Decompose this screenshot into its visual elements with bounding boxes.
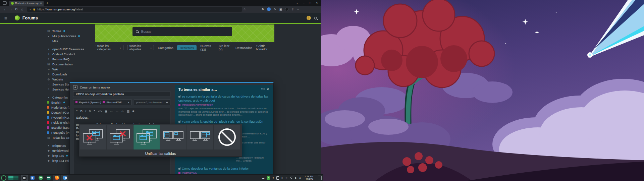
similar-topic-item[interactable]: se congela en la pantalla de carga de lo… bbox=[178, 95, 269, 117]
osd-option-extend-left[interactable] bbox=[160, 125, 186, 149]
sidebar-section-resources[interactable]: ▾ openSUSE Resources bbox=[47, 47, 96, 52]
blockquote-icon[interactable]: ❞ bbox=[94, 110, 95, 113]
tab-close-icon[interactable]: ✕ bbox=[40, 2, 42, 5]
back-icon[interactable]: ← bbox=[2, 7, 8, 11]
topic-title-input[interactable]: KDE6 no deja expandir la pantalla bbox=[73, 91, 170, 97]
nav-top[interactable]: Destacados bbox=[235, 46, 252, 50]
bold-icon[interactable]: B bbox=[80, 110, 83, 113]
sidebar-item-downloads[interactable]: ⇓Downloads bbox=[47, 72, 96, 77]
nav-categories[interactable]: Categorías bbox=[158, 46, 173, 50]
clipboard-icon[interactable] bbox=[276, 176, 279, 180]
updates-ok-icon[interactable]: ✓ bbox=[267, 176, 270, 180]
close-panel-icon[interactable]: ✕ bbox=[267, 87, 269, 91]
wifi-icon[interactable] bbox=[290, 177, 293, 179]
lock-icon[interactable]: 🔒 bbox=[33, 8, 36, 11]
tags-input-box[interactable]: plasma-6, tumbleweed + bbox=[134, 99, 170, 105]
bookmark-star-icon[interactable]: ☆ bbox=[243, 8, 246, 11]
sidebar-item-documentation[interactable]: ▤Documentation bbox=[47, 62, 96, 67]
add-tag-icon[interactable]: + bbox=[166, 100, 168, 104]
nav-recent-active[interactable]: Recientes bbox=[177, 45, 197, 50]
nav-unread[interactable]: Sin leer (4) bbox=[219, 44, 232, 51]
blue-extension-icon[interactable] bbox=[267, 7, 271, 11]
url-bar[interactable]: ◐ 🔒 https://forums.opensuse.org/latest bbox=[27, 7, 242, 12]
show-desktop-widget[interactable] bbox=[318, 176, 322, 180]
image-upload-icon[interactable]: ▣ bbox=[105, 110, 107, 113]
forward-icon[interactable]: → bbox=[8, 7, 14, 11]
home-icon[interactable]: ⌂ bbox=[19, 7, 25, 11]
bullet-list-icon[interactable]: ≕ bbox=[116, 110, 119, 113]
osd-option-extend-right[interactable] bbox=[187, 125, 213, 149]
sidebar-item-code-of-conduct[interactable]: ✦Code of Conduct bbox=[47, 52, 96, 57]
header-search-icon[interactable] bbox=[314, 17, 317, 19]
sidebar-item-wiki[interactable]: ∞Wiki bbox=[47, 67, 96, 72]
category-color-square bbox=[47, 126, 49, 129]
downloads-icon[interactable]: ▣ bbox=[279, 8, 282, 11]
cancel-circle-icon bbox=[218, 128, 236, 146]
edit-extension-icon[interactable]: ✎ bbox=[274, 8, 276, 11]
task-web-app[interactable] bbox=[61, 175, 68, 181]
flag-extension-icon[interactable]: ⚑ bbox=[261, 8, 264, 11]
sidebar-item-more[interactable]: ⋮ Más bbox=[47, 39, 96, 44]
tracking-shield-icon[interactable]: ◐ bbox=[30, 8, 31, 11]
task-green-app[interactable] bbox=[37, 175, 44, 181]
quote-icon[interactable]: ❝ bbox=[76, 110, 78, 113]
share-icon[interactable]: ⇧ bbox=[291, 8, 294, 11]
volume-icon[interactable]: ▶ bbox=[295, 177, 297, 179]
tags-dropdown[interactable]: todas las etiquetas▸ bbox=[127, 45, 154, 50]
bluetooth-icon[interactable]: ᛒ bbox=[281, 176, 283, 180]
categories-dropdown[interactable]: todas las categorías▸ bbox=[95, 45, 123, 50]
calendar-icon[interactable]: ▦ bbox=[127, 110, 129, 113]
browser-tab[interactable]: Recientes temas - openSU ✕ bbox=[9, 1, 44, 6]
virtual-desktop-pager[interactable] bbox=[8, 176, 18, 180]
reload-icon[interactable]: ⟳ bbox=[14, 7, 19, 11]
gear-icon[interactable]: ✱ bbox=[132, 110, 135, 113]
hyperlink-icon[interactable]: ⧉ bbox=[89, 110, 91, 113]
nav-new[interactable]: Nuevos (33) bbox=[200, 44, 215, 51]
list-tabs-icon[interactable]: ⌄ bbox=[296, 1, 299, 4]
tray-expand-icon[interactable]: ∧ bbox=[299, 176, 301, 180]
italic-icon[interactable]: I bbox=[85, 110, 86, 113]
sidebar-item-topics[interactable]: ▤ Temas bbox=[47, 28, 96, 34]
user-avatar[interactable]: j bbox=[307, 16, 311, 20]
settings-icon bbox=[22, 176, 26, 180]
sidebar-item-my-posts[interactable]: ◒ Mis publicaciones bbox=[47, 34, 96, 39]
banner-search-box[interactable]: Buscar bbox=[132, 27, 232, 36]
task-terminal[interactable] bbox=[45, 175, 52, 181]
osd-option-external-only[interactable] bbox=[80, 125, 106, 149]
osd-option-no-change[interactable] bbox=[214, 125, 240, 149]
tag-icon: ◆ bbox=[47, 149, 50, 152]
ordered-list-icon[interactable]: ≔ bbox=[110, 110, 113, 113]
close-button[interactable]: ✕ bbox=[316, 1, 318, 4]
sidebar-hamburger-icon[interactable]: ≡ bbox=[4, 15, 7, 21]
clock-widget[interactable]: 1:29 PM 11/4/24 bbox=[305, 175, 313, 181]
new-tab-button[interactable]: + bbox=[46, 1, 48, 5]
open-draft-button[interactable]: + Abrir borrador bbox=[256, 44, 274, 51]
osd-option-laptop-only[interactable] bbox=[107, 125, 133, 149]
unread-dot bbox=[78, 35, 80, 37]
task-firefox[interactable] bbox=[53, 175, 60, 181]
app-launcher-icon[interactable] bbox=[1, 175, 6, 181]
selected-tags-box[interactable]: Español (Spanish) Plasma/KDE ▾ bbox=[73, 99, 131, 105]
app-menu-icon[interactable]: ≡ bbox=[297, 8, 299, 11]
category-color-square bbox=[103, 101, 105, 103]
adblock-badge-icon[interactable] bbox=[285, 8, 288, 11]
conduct-icon: ✦ bbox=[47, 53, 50, 56]
forum-brand[interactable]: Forums bbox=[22, 16, 38, 20]
maximize-button[interactable]: ▢ bbox=[309, 1, 312, 4]
category-color-square bbox=[47, 121, 49, 124]
firefox-view-icon[interactable] bbox=[3, 1, 7, 5]
code-icon[interactable]: </> bbox=[98, 110, 102, 113]
sidebar-item-forums-faq[interactable]: ?Forums FAQ bbox=[47, 57, 96, 62]
emoji-icon[interactable]: ☺ bbox=[121, 110, 124, 113]
unread-dot bbox=[63, 102, 65, 103]
opensuse-logo[interactable] bbox=[15, 15, 20, 20]
osd-option-unify-selected[interactable] bbox=[133, 125, 160, 149]
sidebar-item-website[interactable]: ◍Website bbox=[47, 77, 96, 82]
brightness-icon[interactable]: ☼ bbox=[285, 176, 288, 180]
cloud-icon[interactable]: ☁ bbox=[262, 176, 265, 180]
telegram-icon[interactable]: ✈ bbox=[272, 176, 275, 180]
url-text: https://forums.opensuse.org/latest bbox=[38, 8, 83, 11]
task-system-settings[interactable] bbox=[21, 175, 28, 181]
minimize-button[interactable]: – bbox=[303, 1, 304, 4]
task-file-manager[interactable] bbox=[29, 175, 36, 181]
